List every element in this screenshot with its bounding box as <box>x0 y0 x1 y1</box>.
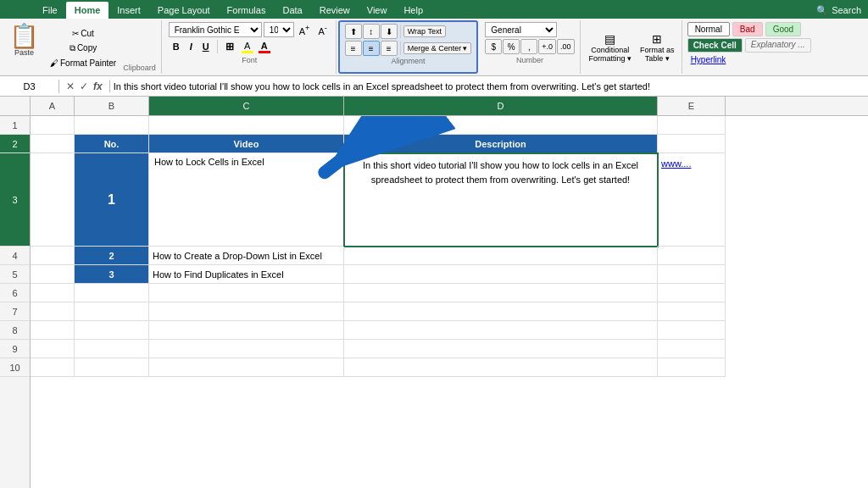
align-left-button[interactable]: ≡ <box>345 41 362 56</box>
style-check-cell[interactable]: Check Cell <box>687 38 743 53</box>
italic-button[interactable]: I <box>186 39 197 54</box>
cell-b10[interactable] <box>75 358 149 377</box>
font-decrease-button[interactable]: A- <box>314 22 330 37</box>
cell-d2[interactable]: Description <box>344 135 658 153</box>
cell-d5[interactable] <box>344 265 658 284</box>
cell-e10[interactable] <box>658 358 726 377</box>
copy-button[interactable]: ⧉ Copy <box>46 42 120 55</box>
tab-help[interactable]: Help <box>395 2 431 19</box>
cell-a7[interactable] <box>31 302 75 321</box>
font-size-select[interactable]: 10 <box>264 22 294 37</box>
cell-b1[interactable] <box>75 116 149 135</box>
conditional-formatting-button[interactable]: ▤ Conditional Formatting ▾ <box>586 30 636 65</box>
cell-a6[interactable] <box>31 284 75 302</box>
bold-button[interactable]: B <box>169 39 184 54</box>
row-header-7[interactable]: 7 <box>0 302 30 321</box>
increase-decimal-button[interactable]: +.0 <box>538 39 556 54</box>
cell-b5[interactable]: 3 <box>75 265 149 284</box>
cell-b6[interactable] <box>75 284 149 302</box>
cell-reference[interactable]: D3 <box>0 80 59 93</box>
row-header-3[interactable]: 3 <box>0 153 30 247</box>
cell-c6[interactable] <box>149 284 344 302</box>
format-as-table-button[interactable]: ⊞ Format as Table ▾ <box>637 30 678 65</box>
align-top-button[interactable]: ⬆ <box>345 24 362 39</box>
cell-b9[interactable] <box>75 340 149 358</box>
cell-d10[interactable] <box>344 358 658 377</box>
font-color-button[interactable]: A <box>257 41 272 53</box>
cell-b4[interactable]: 2 <box>75 247 149 265</box>
cell-e9[interactable] <box>658 340 726 358</box>
font-increase-button[interactable]: A+ <box>296 22 314 37</box>
number-format-select[interactable]: General <box>485 22 557 37</box>
style-bad[interactable]: Bad <box>732 22 763 36</box>
row-header-1[interactable]: 1 <box>0 116 30 135</box>
tab-insert[interactable]: Insert <box>108 2 149 19</box>
decrease-decimal-button[interactable]: .00 <box>557 39 575 54</box>
row-header-2[interactable]: 2 <box>0 135 30 153</box>
cut-button[interactable]: ✂ Cut <box>46 27 120 40</box>
tab-page-layout[interactable]: Page Layout <box>149 2 219 19</box>
tab-data[interactable]: Data <box>274 2 310 19</box>
confirm-formula-icon[interactable]: ✓ <box>80 80 88 92</box>
font-name-select[interactable]: Franklin Gothic E <box>169 22 262 37</box>
cell-d9[interactable] <box>344 340 658 358</box>
row-header-8[interactable]: 8 <box>0 321 30 340</box>
row-header-10[interactable]: 10 <box>0 358 30 377</box>
fill-color-button[interactable]: A <box>240 41 255 53</box>
style-good[interactable]: Good <box>765 22 801 36</box>
underline-button[interactable]: U <box>198 39 214 54</box>
col-header-d[interactable]: D <box>344 97 658 115</box>
cell-b7[interactable] <box>75 302 149 321</box>
cell-e4[interactable] <box>658 247 726 265</box>
cell-d3[interactable]: In this short video tutorial I'll show y… <box>344 153 658 247</box>
cell-c7[interactable] <box>149 302 344 321</box>
cell-d1[interactable] <box>344 116 658 135</box>
row-header-9[interactable]: 9 <box>0 340 30 358</box>
cell-b3[interactable]: 1 <box>75 153 149 247</box>
tab-home[interactable]: Home <box>66 2 109 19</box>
align-middle-button[interactable]: ↕ <box>363 24 380 39</box>
style-hyperlink[interactable]: Hyperlink <box>687 55 726 64</box>
cell-d8[interactable] <box>344 321 658 340</box>
merge-center-button[interactable]: Merge & Center ▾ <box>403 42 472 54</box>
align-center-button[interactable]: ≡ <box>363 41 380 56</box>
cell-e8[interactable] <box>658 321 726 340</box>
cell-e7[interactable] <box>658 302 726 321</box>
align-right-button[interactable]: ≡ <box>381 41 398 56</box>
cell-a5[interactable] <box>31 265 75 284</box>
col-header-e[interactable]: E <box>658 97 726 115</box>
cell-e3[interactable]: www.... <box>658 153 726 247</box>
tab-view[interactable]: View <box>359 2 396 19</box>
cell-a4[interactable] <box>31 247 75 265</box>
cell-a9[interactable] <box>31 340 75 358</box>
style-normal[interactable]: Normal <box>687 22 730 36</box>
paste-button[interactable]: 📋 Paste <box>5 22 43 74</box>
percent-button[interactable]: % <box>503 39 520 54</box>
cell-e5[interactable] <box>658 265 726 284</box>
format-painter-button[interactable]: 🖌 Format Painter <box>46 57 120 69</box>
cell-c1[interactable] <box>149 116 344 135</box>
cell-c9[interactable] <box>149 340 344 358</box>
cell-e2[interactable] <box>658 135 726 153</box>
col-header-c[interactable]: C <box>149 97 344 115</box>
cell-e6[interactable] <box>658 284 726 302</box>
cell-c2[interactable]: Video <box>149 135 344 153</box>
cell-a10[interactable] <box>31 358 75 377</box>
cell-d4[interactable] <box>344 247 658 265</box>
cell-c5[interactable]: How to Find Duplicates in Excel <box>149 265 344 284</box>
cell-e1[interactable] <box>658 116 726 135</box>
row-header-4[interactable]: 4 <box>0 247 30 265</box>
cell-c10[interactable] <box>149 358 344 377</box>
style-explanatory[interactable]: Explanatory ... <box>745 38 811 53</box>
tab-formulas[interactable]: Formulas <box>219 2 275 19</box>
cell-c4[interactable]: How to Create a Drop-Down List in Excel <box>149 247 344 265</box>
cell-d6[interactable] <box>344 284 658 302</box>
borders-button[interactable]: ⊞ <box>221 39 238 54</box>
cancel-formula-icon[interactable]: ✕ <box>66 80 75 92</box>
wrap-text-button[interactable]: Wrap Text <box>403 25 446 37</box>
formula-input[interactable] <box>110 81 868 92</box>
row-header-6[interactable]: 6 <box>0 284 30 302</box>
cell-c8[interactable] <box>149 321 344 340</box>
insert-function-icon[interactable]: fx <box>93 80 103 92</box>
cell-b2[interactable]: No. <box>75 135 149 153</box>
